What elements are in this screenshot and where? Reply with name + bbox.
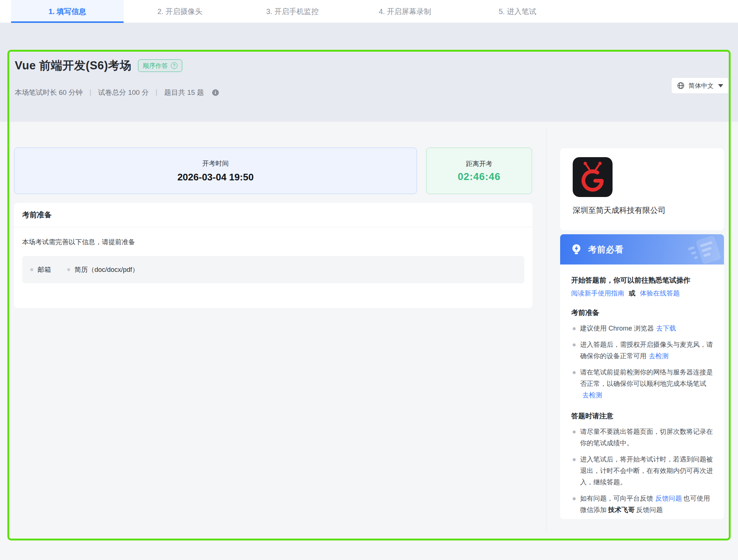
language-selector[interactable]: 简体中文	[671, 77, 729, 94]
exam-duration: 本场笔试时长 60 分钟	[15, 88, 83, 97]
start-time-label: 开考时间	[202, 159, 229, 168]
preparation-card-title: 考前准备	[14, 203, 532, 227]
countdown-label: 距离开考	[466, 159, 493, 168]
notice-prep-title: 考前准备	[571, 308, 713, 318]
wechat-contact-name: 技术飞哥	[608, 506, 635, 514]
exam-meta-row: 本场笔试时长 60 分钟 试卷总分 100 分 题目共 15 题 i	[15, 88, 219, 97]
notice-prep-item: 进入答题后，需授权开启摄像头与麦克风，请确保你的设备正常可用去检测	[571, 339, 713, 362]
countdown-card: 距离开考 02:46:46	[426, 148, 532, 194]
bullet-dot-icon	[30, 268, 33, 271]
tab-screen-record[interactable]: 4. 开启屏幕录制	[349, 0, 461, 23]
notice-prep-item-text: 请在笔试前提前检测你的网络与服务器连接是否正常，以确保你可以顺利地完成本场笔试	[580, 369, 713, 387]
step-tabbar: 1. 填写信息 2. 开启摄像头 3. 开启手机监控 4. 开启屏幕录制 5. …	[0, 0, 738, 23]
exam-lobby-page: 1. 填写信息 2. 开启摄像头 3. 开启手机监控 4. 开启屏幕录制 5. …	[0, 0, 738, 560]
notice-note-item: 如有问题，可向平台反馈反馈问题也可使用微信添加技术飞哥反馈问题	[571, 493, 713, 516]
notice-note-text: 反馈问题	[636, 506, 663, 514]
notes-deco-icon	[674, 236, 722, 264]
notice-banner: 考前必看	[560, 234, 724, 265]
info-icon[interactable]: i	[212, 89, 219, 96]
notice-prep-item-text: 进入答题后，需授权开启摄像头与麦克风，请确保你的设备正常可用	[580, 341, 713, 360]
tab-open-camera[interactable]: 2. 开启摄像头	[124, 0, 236, 23]
feedback-link[interactable]: 反馈问题	[655, 495, 682, 502]
notice-note-text: 如有问题，可向平台反馈	[580, 495, 653, 502]
notice-prep-list: 建议使用 Chrome 浏览器去下载 进入答题后，需授权开启摄像头与麦克风，请确…	[571, 323, 713, 401]
preparation-item-resume: 简历（doc/docx/pdf）	[67, 265, 139, 274]
notice-note-item: 进入笔试后，将开始考试计时，若遇到问题被退出，计时不会中断，在有效期内仍可再次进…	[571, 454, 713, 488]
tab-phone-monitor[interactable]: 3. 开启手机监控	[236, 0, 349, 23]
globe-icon	[677, 82, 685, 90]
preparation-item-email: 邮箱	[30, 265, 51, 274]
company-name: 深圳至简天成科技有限公司	[573, 205, 711, 215]
answer-order-badge: 顺序作答 ?	[138, 59, 182, 72]
answer-order-badge-label: 顺序作答	[143, 62, 168, 70]
language-label: 简体中文	[689, 82, 714, 90]
badge-help-icon[interactable]: ?	[171, 62, 177, 69]
notice-prep-item-text: 建议使用 Chrome 浏览器	[580, 325, 654, 332]
company-card: 深圳至简天成科技有限公司	[560, 148, 724, 230]
notice-prep-item: 建议使用 Chrome 浏览器去下载	[571, 323, 713, 334]
lightbulb-icon	[570, 243, 583, 256]
notice-banner-title: 考前必看	[588, 244, 624, 255]
notice-intro: 开始答题前，你可以前往熟悉笔试操作	[571, 275, 713, 286]
practice-link[interactable]: 体验在线答题	[640, 289, 680, 298]
meta-separator	[156, 89, 157, 96]
bullet-dot-icon	[67, 268, 70, 271]
device-check-link[interactable]: 去检测	[649, 352, 669, 360]
notice-notes-list: 请尽量不要跳出答题页面，切屏次数将记录在你的笔试成绩中。 进入笔试后，将开始考试…	[571, 426, 713, 516]
notice-prep-item: 请在笔试前提前检测你的网络与服务器连接是否正常，以确保你可以顺利地完成本场笔试去…	[571, 367, 713, 401]
tab-fill-info[interactable]: 1. 填写信息	[11, 0, 124, 23]
preparation-items-box: 邮箱 简历（doc/docx/pdf）	[22, 256, 524, 283]
preparation-description: 本场考试需完善以下信息，请提前准备	[22, 238, 524, 246]
tab-enter-exam[interactable]: 5. 进入笔试	[461, 0, 574, 23]
preparation-card: 考前准备 本场考试需完善以下信息，请提前准备 邮箱 简历（doc/docx/pd…	[14, 203, 532, 308]
or-text: 或	[629, 289, 635, 298]
chevron-down-icon	[718, 84, 723, 87]
notice-note-text: 请尽量不要跳出答题页面，切屏次数将记录在你的笔试成绩中。	[580, 428, 713, 447]
countdown-value: 02:46:46	[458, 171, 500, 183]
start-time-card: 开考时间 2026-03-04 19:50	[14, 148, 417, 194]
notice-panel: 考前必看 开始答题前，你可以前往熟悉笔试操作 阅读新手使用指南 或 体验在线答题	[560, 234, 724, 519]
meta-separator	[90, 89, 91, 96]
company-logo-icon	[573, 157, 613, 197]
notice-notes-title: 答题时请注意	[571, 411, 713, 421]
guide-link[interactable]: 阅读新手使用指南	[571, 289, 624, 298]
exam-question-count: 题目共 15 题	[164, 88, 204, 97]
network-check-link[interactable]: 去检测	[582, 391, 602, 399]
notice-note-text: 进入笔试后，将开始考试计时，若遇到问题被退出，计时不会中断，在有效期内仍可再次进…	[580, 456, 713, 486]
exam-total-score: 试卷总分 100 分	[98, 88, 149, 97]
preparation-item-label: 简历（doc/docx/pdf）	[75, 265, 139, 274]
notice-note-item: 请尽量不要跳出答题页面，切屏次数将记录在你的笔试成绩中。	[571, 426, 713, 449]
start-time-value: 2026-03-04 19:50	[177, 172, 254, 183]
exam-title: Vue 前端开发(S6)考场	[15, 58, 131, 73]
download-link[interactable]: 去下载	[656, 325, 676, 332]
column-divider	[546, 127, 546, 531]
preparation-item-label: 邮箱	[38, 265, 51, 274]
